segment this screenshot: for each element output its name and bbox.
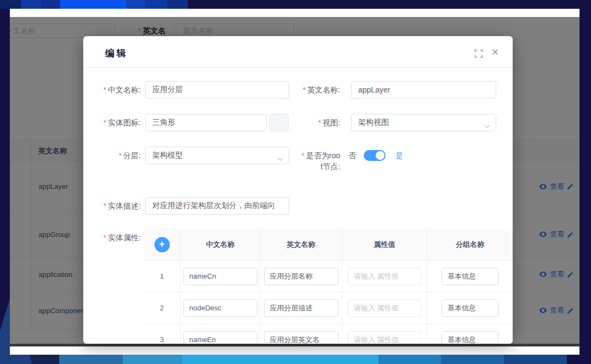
toggle-knob (376, 151, 385, 160)
entity-icon-label: *实体图标: (83, 114, 141, 131)
required-asterisk: * (303, 85, 306, 94)
row-index: 3 (144, 324, 181, 344)
entity-icon-input[interactable] (145, 114, 267, 131)
required-asterisk: * (104, 201, 106, 210)
attr-group-input[interactable] (441, 268, 498, 285)
close-icon[interactable]: ✕ (490, 46, 501, 59)
page-bottom-edge (10, 344, 579, 346)
attr-group-input[interactable] (441, 299, 498, 317)
desktop-bottom-band (0, 355, 591, 364)
required-asterisk: * (104, 233, 106, 242)
attribute-row: 1 (144, 261, 513, 292)
required-asterisk: * (301, 151, 304, 160)
attribute-table: + 中文名称 英文名称 属性值 分组名称 1 2 (144, 229, 513, 344)
entity-desc-label: *实体描述: (83, 197, 141, 215)
root-node-toggle[interactable] (364, 150, 386, 161)
desktop-top-band (0, 0, 591, 9)
row-index: 1 (144, 261, 181, 292)
attr-name-cn-input[interactable] (183, 268, 257, 285)
attribute-table-header: + 中文名称 英文名称 属性值 分组名称 (144, 229, 513, 261)
row-index: 2 (144, 292, 181, 323)
attr-col-group: 分组名称 (427, 229, 513, 260)
attr-col-value: 属性值 (342, 229, 427, 260)
layer-select[interactable]: 架构模型 (145, 147, 289, 164)
attr-name-en-input[interactable] (264, 299, 338, 317)
chevron-down-icon (278, 154, 283, 163)
name-en-input[interactable] (351, 81, 496, 99)
is-root-label: *是否为roo t节点: (298, 147, 340, 172)
attr-name-cn-input[interactable] (183, 299, 257, 317)
entity-desc-input[interactable] (145, 197, 289, 215)
attr-name-en-input[interactable] (264, 331, 338, 344)
required-asterisk: * (104, 118, 106, 127)
modal-header-divider (83, 67, 513, 68)
layer-label: *分层: (83, 147, 141, 164)
edit-modal: 编辑 ✕ *中文名称: *英文名称: *实体图标: *视图: 架构视图 (83, 36, 513, 344)
required-asterisk: * (104, 85, 106, 94)
view-select[interactable]: 架构视图 (351, 114, 496, 131)
required-asterisk: * (318, 118, 321, 127)
add-attribute-button[interactable]: + (154, 237, 170, 252)
attr-name-cn-input[interactable] (183, 331, 257, 344)
name-cn-label: *中文名称: (83, 81, 141, 99)
fullscreen-icon[interactable] (474, 49, 483, 58)
chevron-down-icon (485, 121, 490, 130)
attribute-row: 2 (144, 292, 513, 324)
root-toggle-off-text: 否 (348, 147, 356, 164)
browser-page: *英文名 英文名称 appLayer 查看 appGroup 查看 appli (10, 9, 579, 355)
attr-col-name-en: 英文名称 (260, 229, 342, 260)
attr-value-input[interactable] (348, 331, 421, 344)
attr-group-input[interactable] (441, 331, 498, 344)
name-cn-input[interactable] (145, 81, 289, 99)
icon-picker-button[interactable] (269, 114, 289, 131)
required-asterisk: * (119, 151, 122, 160)
attr-name-en-input[interactable] (264, 268, 338, 285)
attr-value-input[interactable] (348, 299, 421, 317)
root-toggle-on-text: 是 (395, 147, 403, 164)
view-label: *视图: (298, 114, 340, 131)
attr-col-name-cn: 中文名称 (181, 229, 260, 260)
modal-title: 编辑 (105, 47, 128, 60)
attribute-row: 3 (144, 324, 513, 344)
attr-value-input[interactable] (348, 268, 421, 285)
name-en-label: *英文名称: (298, 81, 340, 99)
entity-attrs-label: *实体属性: (83, 229, 141, 246)
